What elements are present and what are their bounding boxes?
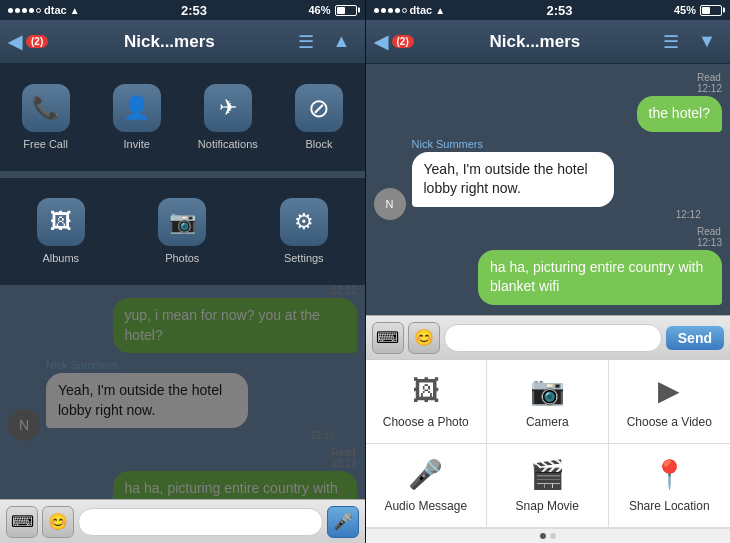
camera-label: Camera xyxy=(526,415,569,429)
choose-video-label: Choose a Video xyxy=(627,415,712,429)
context-menu-row1: 📞 Free Call 👤 Invite ✈ Notifications ⊘ B… xyxy=(0,64,365,171)
settings-label: Settings xyxy=(284,252,324,264)
right-msg2-sender: Nick Summers xyxy=(412,138,723,150)
msg2-incoming: N Yeah, I'm outside the hotel lobby righ… xyxy=(8,373,357,441)
right-status-left: dtac ▲ xyxy=(374,4,446,16)
menu-item-albums[interactable]: 🖼 Albums xyxy=(0,186,122,276)
dot3 xyxy=(22,8,27,13)
right-text-input[interactable] xyxy=(444,324,662,352)
right-emoji-button[interactable]: 😊 xyxy=(408,322,440,354)
photos-label: Photos xyxy=(165,252,199,264)
right-back-badge: (2) xyxy=(392,35,414,48)
block-label: Block xyxy=(305,138,332,150)
left-msg-3: Read12:13 ha ha, picturing entire countr… xyxy=(8,447,357,499)
right-nav-bar: ◀ (2) Nick...mers ☰ ▼ xyxy=(366,20,731,64)
free-call-icon: 📞 xyxy=(22,84,70,132)
right-back-arrow-icon: ◀ xyxy=(374,31,388,53)
left-nav-actions: ☰ ▲ xyxy=(291,27,357,57)
dot2 xyxy=(15,8,20,13)
right-msg2-time: 12:12 xyxy=(412,209,701,220)
left-emoji-button[interactable]: 😊 xyxy=(42,506,74,538)
menu-item-free-call[interactable]: 📞 Free Call xyxy=(0,72,91,162)
block-icon: ⊘ xyxy=(295,84,343,132)
msg2-time: 12:12 xyxy=(46,430,335,441)
right-chevron-button[interactable]: ▼ xyxy=(692,27,722,57)
invite-label: Invite xyxy=(124,138,150,150)
choose-photo-label: Choose a Photo xyxy=(383,415,469,429)
menu-icon: ☰ xyxy=(298,31,314,53)
left-msg-1: Read12:12 yup, i mean for now? you at th… xyxy=(8,274,357,353)
right-msg2-bubble: Yeah, I'm outside the hotel lobby right … xyxy=(412,152,614,207)
attachment-panel: 🖼 Choose a Photo 📷 Camera ▶ Choose a Vid… xyxy=(366,359,731,528)
attach-audio[interactable]: 🎤 Audio Message xyxy=(366,444,488,528)
r-dot4 xyxy=(395,8,400,13)
free-call-label: Free Call xyxy=(23,138,68,150)
right-msg-2-wrap: Nick Summers N Yeah, I'm outside the hot… xyxy=(374,138,723,220)
left-nav-bar: ◀ (2) Nick...mers ☰ ▲ xyxy=(0,20,365,64)
menu-item-block[interactable]: ⊘ Block xyxy=(273,72,364,162)
menu-item-invite[interactable]: 👤 Invite xyxy=(91,72,182,162)
send-button[interactable]: Send xyxy=(666,326,724,350)
page-dots xyxy=(366,528,731,543)
attach-snap-movie[interactable]: 🎬 Snap Movie xyxy=(487,444,609,528)
invite-icon: 👤 xyxy=(113,84,161,132)
right-chat-area: Read12:12 the hotel? Nick Summers N Yeah… xyxy=(366,64,731,315)
left-panel: dtac ▲ 2:53 46% ◀ (2) Nick...mers ☰ ▲ xyxy=(0,0,365,543)
choose-video-icon: ▶ xyxy=(658,374,680,407)
r-dot1 xyxy=(374,8,379,13)
right-msg-1: Read12:12 the hotel? xyxy=(374,72,723,132)
notifications-icon: ✈ xyxy=(204,84,252,132)
right-back-button[interactable]: ◀ (2) xyxy=(374,31,414,53)
right-keyboard-button[interactable]: ⌨ xyxy=(372,322,404,354)
dot-active xyxy=(540,533,546,539)
attach-choose-photo[interactable]: 🖼 Choose a Photo xyxy=(366,360,488,444)
chevron-up-icon: ▲ xyxy=(333,31,351,52)
menu-item-settings[interactable]: ⚙ Settings xyxy=(243,186,365,276)
left-input-bar: ⌨ 😊 🎤 xyxy=(0,499,365,543)
back-arrow-icon: ◀ xyxy=(8,31,22,53)
r-dot5 xyxy=(402,8,407,13)
dot5 xyxy=(36,8,41,13)
attach-choose-video[interactable]: ▶ Choose a Video xyxy=(609,360,731,444)
wifi-icon: ▲ xyxy=(70,5,80,16)
choose-photo-icon: 🖼 xyxy=(412,374,440,407)
emoji-icon: 😊 xyxy=(48,512,68,531)
right-msg1-bubble: the hotel? xyxy=(637,96,723,132)
msg2-bubble: Yeah, I'm outside the hotel lobby right … xyxy=(46,373,248,428)
right-chat-title: Nick...mers xyxy=(414,32,656,52)
carrier-label: dtac xyxy=(44,4,67,16)
menu-item-notifications[interactable]: ✈ Notifications xyxy=(182,72,273,162)
battery-fill xyxy=(337,7,345,14)
attach-share-location[interactable]: 📍 Share Location xyxy=(609,444,731,528)
attach-camera[interactable]: 📷 Camera xyxy=(487,360,609,444)
right-carrier: dtac xyxy=(410,4,433,16)
snap-movie-icon: 🎬 xyxy=(530,458,565,491)
left-mic-button[interactable]: 🎤 xyxy=(327,506,359,538)
right-msg2-incoming: N Yeah, I'm outside the hotel lobby righ… xyxy=(374,152,723,220)
right-battery-fill xyxy=(702,7,710,14)
right-menu-button[interactable]: ☰ xyxy=(656,27,686,57)
keyboard-icon: ⌨ xyxy=(11,512,34,531)
left-time: 2:53 xyxy=(181,3,207,18)
right-status-bar: dtac ▲ 2:53 45% xyxy=(366,0,731,20)
left-chevron-button[interactable]: ▲ xyxy=(327,27,357,57)
right-keyboard-icon: ⌨ xyxy=(376,328,399,347)
nick-avatar: N xyxy=(8,409,40,441)
audio-label: Audio Message xyxy=(384,499,467,513)
battery-pct: 46% xyxy=(308,4,330,16)
right-battery-icon xyxy=(700,5,722,16)
left-back-button[interactable]: ◀ (2) xyxy=(8,31,48,53)
left-menu-button[interactable]: ☰ xyxy=(291,27,321,57)
menu-item-photos[interactable]: 📷 Photos xyxy=(122,186,244,276)
right-status-right: 45% xyxy=(674,4,722,16)
right-nav-actions: ☰ ▼ xyxy=(656,27,722,57)
camera-icon: 📷 xyxy=(530,374,565,407)
battery-icon xyxy=(335,5,357,16)
left-text-input[interactable] xyxy=(78,508,323,536)
right-panel: dtac ▲ 2:53 45% ◀ (2) Nick...mers ☰ ▼ xyxy=(366,0,731,543)
left-keyboard-button[interactable]: ⌨ xyxy=(6,506,38,538)
left-status-bar: dtac ▲ 2:53 46% xyxy=(0,0,365,20)
right-emoji-icon: 😊 xyxy=(414,328,434,347)
dot1 xyxy=(8,8,13,13)
right-msg3-read: Read12:13 xyxy=(697,226,722,248)
